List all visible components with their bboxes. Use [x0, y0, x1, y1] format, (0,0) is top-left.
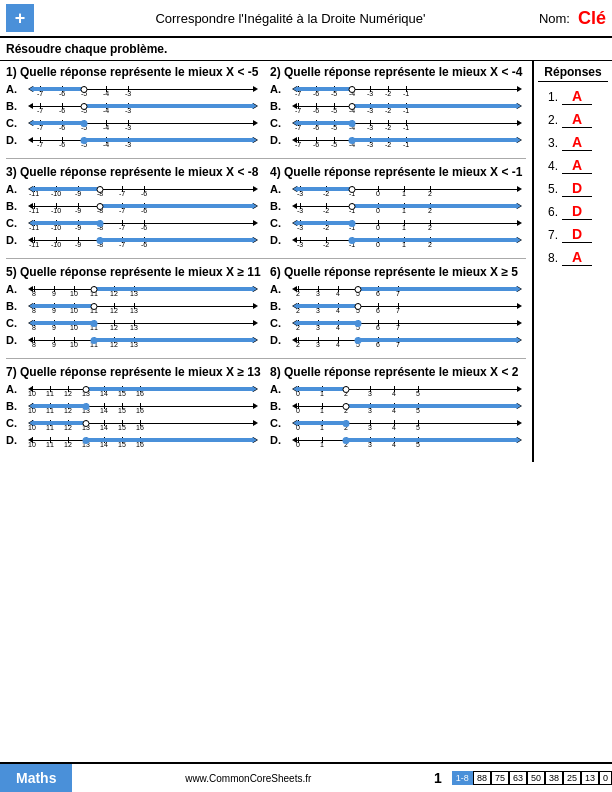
- problem-5-option-b: B. 8 9 10 11 12 13: [6, 299, 262, 313]
- nl-6d: 2 3 4 5 6 7: [288, 333, 526, 347]
- nl-2c: -7 -6 -5 -4 -3 -2 -1: [288, 116, 526, 130]
- problem-5: 5) Quelle réponse représente le mieux X …: [6, 265, 262, 350]
- problem-2: 2) Quelle réponse représente le mieux X …: [270, 65, 526, 150]
- nl-6b: 2 3 4 5 6 7: [288, 299, 526, 313]
- nl-8c: 0 1 2 3 4 5: [288, 416, 526, 430]
- problem-3-num: 3) Quelle réponse représente le mieux X …: [6, 165, 262, 179]
- answer-num-8: 8.: [538, 251, 558, 265]
- problem-5-option-a: A. 8 9 10 11 12 13: [6, 282, 262, 296]
- problem-4-num: 4) Quelle réponse représente le mieux X …: [270, 165, 526, 179]
- instruction-text: Résoudre chaque problème.: [0, 38, 612, 61]
- nl-7b: 10 11 12 13 14 15 16: [24, 399, 262, 413]
- problem-8: 8) Quelle réponse représente le mieux X …: [270, 365, 526, 450]
- problem-pair-1-2: 1) Quelle réponse représente le mieux X …: [6, 65, 526, 150]
- problem-8-question: Quelle réponse représente le mieux X < 2: [284, 365, 518, 379]
- problem-8-option-c: C. 0 1 2 3 4 5: [270, 416, 526, 430]
- nl-5b: 8 9 10 11 12 13: [24, 299, 262, 313]
- problem-3-option-d: D. -11 -10 -9 -8 -7 -6: [6, 233, 262, 247]
- problem-8-option-b: B. 0 1 2 3 4 5: [270, 399, 526, 413]
- answer-row-8: 8. A: [538, 249, 608, 266]
- nl-4a: -3 -2 -1 0 1 2: [288, 182, 526, 196]
- nl-3d: -11 -10 -9 -8 -7 -6: [24, 233, 262, 247]
- nl-6a: 2 3 4 5 6 7: [288, 282, 526, 296]
- nom-label: Nom:: [539, 11, 570, 26]
- nl-4d: -3 -2 -1 0 1 2: [288, 233, 526, 247]
- answer-row-1: 1. A: [538, 88, 608, 105]
- problem-2-question: Quelle réponse représente le mieux X < -…: [284, 65, 522, 79]
- problem-8-option-d: D. 0 1 2 3 4 5: [270, 433, 526, 447]
- problem-4-option-a: A. -3 -2 -1 0 1 2: [270, 182, 526, 196]
- nl-1c: -7 -6 -5 -4 -3: [24, 116, 262, 130]
- problem-3-option-a: A. -11 -10 -9 -8 -7 -6: [6, 182, 262, 196]
- problems-area: 1) Quelle réponse représente le mieux X …: [0, 61, 532, 462]
- problem-8-option-a: A. 0 1 2 3 4 5: [270, 382, 526, 396]
- problem-2-option-c: C. -7 -6 -5 -4 -3 -2 -1: [270, 116, 526, 130]
- divider-2: [6, 258, 526, 259]
- answer-num-5: 5.: [538, 182, 558, 196]
- cle-label: Clé: [578, 8, 606, 29]
- answer-row-5: 5. D: [538, 180, 608, 197]
- nl-8d: 0 1 2 3 4 5: [288, 433, 526, 447]
- footer-code-63: 63: [509, 771, 527, 785]
- page-header: + Correspondre l'Inégalité à la Droite N…: [0, 0, 612, 38]
- problem-1-option-d: D. -7 -6 -5 -4: [6, 133, 262, 147]
- problem-7: 7) Quelle réponse représente le mieux X …: [6, 365, 262, 450]
- answer-num-7: 7.: [538, 228, 558, 242]
- answer-row-4: 4. A: [538, 157, 608, 174]
- problem-pair-5-6: 5) Quelle réponse représente le mieux X …: [6, 265, 526, 350]
- problem-8-num: 8) Quelle réponse représente le mieux X …: [270, 365, 526, 379]
- page-title: Correspondre l'Inégalité à la Droite Num…: [42, 11, 539, 26]
- problem-4: 4) Quelle réponse représente le mieux X …: [270, 165, 526, 250]
- answer-num-4: 4.: [538, 159, 558, 173]
- divider-3: [6, 358, 526, 359]
- problem-2-option-a: A. -7 -6 -5 -4 -3 -2 -1: [270, 82, 526, 96]
- problem-3-option-b: B. -11 -10 -9 -8 -7 -6: [6, 199, 262, 213]
- problem-6-num: 6) Quelle réponse représente le mieux X …: [270, 265, 526, 279]
- problem-1-num: 1) Quelle réponse représente le mieux X …: [6, 65, 262, 79]
- footer-subject: Maths: [0, 764, 72, 792]
- footer-code-50: 50: [527, 771, 545, 785]
- answer-val-7: D: [562, 226, 592, 243]
- main-content: 1) Quelle réponse représente le mieux X …: [0, 61, 612, 462]
- answer-row-2: 2. A: [538, 111, 608, 128]
- nl-2a: -7 -6 -5 -4 -3 -2 -1: [288, 82, 526, 96]
- problem-1: 1) Quelle réponse représente le mieux X …: [6, 65, 262, 150]
- answers-title: Réponses: [538, 65, 608, 82]
- nl-3a: -11 -10 -9 -8 -7 -6: [24, 182, 262, 196]
- nl-5a: 8 9 10 11 12 13: [24, 282, 262, 296]
- problem-4-option-c: C. -3 -2 -1 0 1 2: [270, 216, 526, 230]
- answer-num-1: 1.: [538, 90, 558, 104]
- problem-1-question: Quelle réponse représente le mieux X < -…: [20, 65, 258, 79]
- answers-panel: Réponses 1. A 2. A 3. A 4. A 5. D 6. D 7…: [532, 61, 612, 462]
- problem-3-question: Quelle réponse représente le mieux X < -…: [20, 165, 258, 179]
- answer-val-5: D: [562, 180, 592, 197]
- problem-6-option-c: C. 2 3 4 5 6 7: [270, 316, 526, 330]
- divider-1: [6, 158, 526, 159]
- nl-5c: 8 9 10 11 12 13: [24, 316, 262, 330]
- answer-val-3: A: [562, 134, 592, 151]
- problem-pair-7-8: 7) Quelle réponse représente le mieux X …: [6, 365, 526, 450]
- footer-code-38: 38: [545, 771, 563, 785]
- nl-4b: -3 -2 -1 0 1 2: [288, 199, 526, 213]
- page-footer: Maths www.CommonCoreSheets.fr 1 1-8 88 7…: [0, 762, 612, 792]
- problem-7-num: 7) Quelle réponse représente le mieux X …: [6, 365, 262, 379]
- problem-6-option-d: D. 2 3 4 5 6 7: [270, 333, 526, 347]
- nl-7a: 10 11 12 13 14 15 16: [24, 382, 262, 396]
- problem-6-question: Quelle réponse représente le mieux X ≥ 5: [284, 265, 518, 279]
- problem-1-option-c: C. -7 -6 -5 -4: [6, 116, 262, 130]
- problem-3: 3) Quelle réponse représente le mieux X …: [6, 165, 262, 250]
- nl-1d: -7 -6 -5 -4 -3: [24, 133, 262, 147]
- footer-code-13: 13: [581, 771, 599, 785]
- nl-7d: 10 11 12 13 14 15 16: [24, 433, 262, 447]
- problem-4-option-b: B. -3 -2 -1 0 1 2: [270, 199, 526, 213]
- answer-num-2: 2.: [538, 113, 558, 127]
- problem-7-option-a: A. 10 11 12 13 14 15 16: [6, 382, 262, 396]
- nl-7c: 10 11 12 13 14 15 16: [24, 416, 262, 430]
- problem-7-option-d: D. 10 11 12 13 14 15 16: [6, 433, 262, 447]
- problem-5-num: 5) Quelle réponse représente le mieux X …: [6, 265, 262, 279]
- footer-page: 1: [434, 770, 442, 786]
- footer-code-range: 1-8: [452, 771, 473, 785]
- problem-5-option-c: C. 8 9 10 11 12 13: [6, 316, 262, 330]
- problem-6: 6) Quelle réponse représente le mieux X …: [270, 265, 526, 350]
- nl-1b: -7 -6 -5 -4 -3: [24, 99, 262, 113]
